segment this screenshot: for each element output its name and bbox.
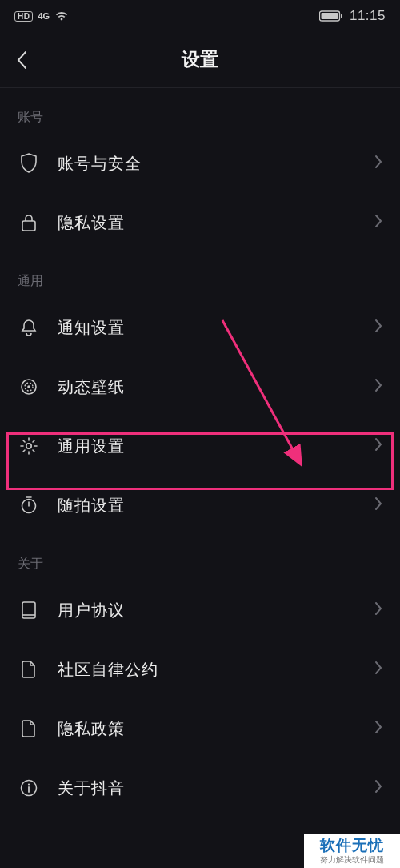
svg-rect-1 <box>321 13 338 19</box>
item-wallpaper[interactable]: 动态壁纸 <box>0 357 400 416</box>
status-left: HD 4G <box>14 10 69 22</box>
section-header-account: 账号 <box>0 88 400 134</box>
chevron-right-icon <box>374 779 382 797</box>
clock: 11:15 <box>350 8 386 24</box>
status-right: 11:15 <box>319 8 386 24</box>
svg-point-7 <box>26 444 31 448</box>
svg-rect-2 <box>341 14 342 18</box>
shield-icon <box>18 152 40 175</box>
item-user-agreement[interactable]: 用户协议 <box>0 581 400 640</box>
item-label: 关于抖音 <box>58 778 374 799</box>
hd-indicator: HD <box>14 11 33 22</box>
book-icon <box>18 599 40 621</box>
item-label: 通知设置 <box>58 317 374 339</box>
item-community-guidelines[interactable]: 社区自律公约 <box>0 640 400 699</box>
chevron-left-icon <box>16 50 27 70</box>
page-title: 设置 <box>0 47 400 72</box>
chevron-right-icon <box>374 214 382 231</box>
item-label: 社区自律公约 <box>58 659 374 681</box>
svg-rect-9 <box>22 602 35 618</box>
item-label: 隐私设置 <box>58 212 374 234</box>
chevron-right-icon <box>374 720 382 737</box>
item-label: 动态壁纸 <box>58 376 374 398</box>
watermark-title: 软件无忧 <box>309 837 395 855</box>
battery-icon <box>319 10 343 22</box>
svg-rect-3 <box>22 221 35 231</box>
document-icon <box>18 717 40 740</box>
info-icon <box>18 777 40 799</box>
item-label: 账号与安全 <box>58 153 374 175</box>
network-indicator: 4G <box>38 11 50 21</box>
item-notifications[interactable]: 通知设置 <box>0 298 400 357</box>
section-header-general: 通用 <box>0 252 400 298</box>
item-label: 随拍设置 <box>58 495 374 516</box>
chevron-right-icon <box>374 155 382 172</box>
gear-icon <box>18 435 40 457</box>
watermark: 软件无忧 努力解决软件问题 <box>304 834 400 868</box>
chevron-right-icon <box>374 437 382 455</box>
item-account-security[interactable]: 账号与安全 <box>0 134 400 193</box>
page-header: 设置 <box>0 32 400 88</box>
wifi-icon <box>54 10 69 22</box>
item-shot-settings[interactable]: 随拍设置 <box>0 476 400 535</box>
item-label: 用户协议 <box>58 600 374 621</box>
chevron-right-icon <box>374 378 382 396</box>
bell-icon <box>18 316 40 339</box>
item-privacy-settings[interactable]: 隐私设置 <box>0 193 400 252</box>
svg-point-11 <box>28 783 30 785</box>
item-privacy-policy[interactable]: 隐私政策 <box>0 699 400 758</box>
target-icon <box>18 376 40 398</box>
chevron-right-icon <box>374 496 382 514</box>
item-label: 通用设置 <box>58 436 374 457</box>
section-header-about: 关于 <box>0 535 400 581</box>
back-button[interactable] <box>16 44 48 76</box>
item-label: 隐私政策 <box>58 718 374 740</box>
svg-point-6 <box>27 385 30 388</box>
document-icon <box>18 658 40 681</box>
chevron-right-icon <box>374 601 382 619</box>
item-general-settings[interactable]: 通用设置 <box>0 416 400 476</box>
item-about-app[interactable]: 关于抖音 <box>0 758 400 818</box>
watermark-subtitle: 努力解决软件问题 <box>309 855 395 865</box>
lock-icon <box>18 211 40 234</box>
chevron-right-icon <box>374 661 382 678</box>
status-bar: HD 4G 11:15 <box>0 0 400 32</box>
timer-icon <box>18 494 40 516</box>
chevron-right-icon <box>374 319 382 336</box>
